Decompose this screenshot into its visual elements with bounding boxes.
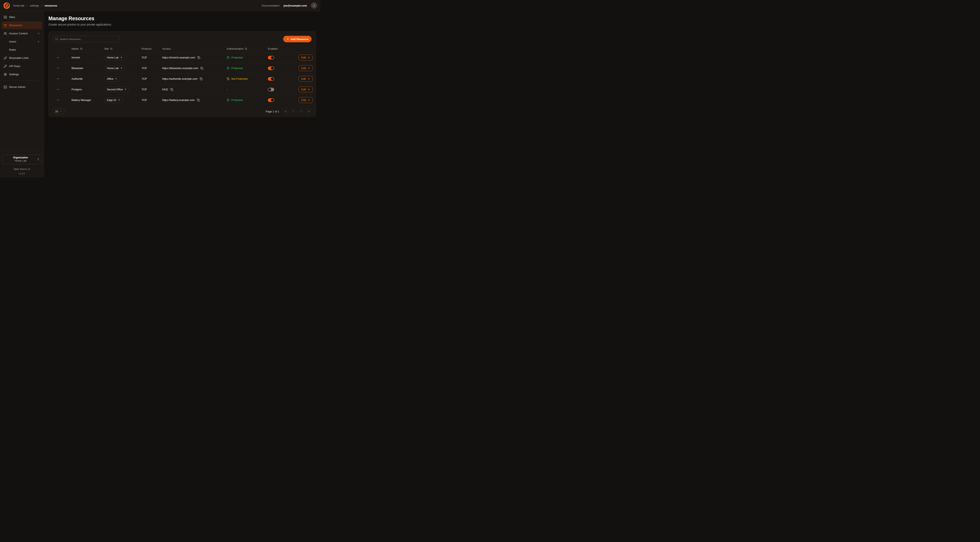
sidebar-item-settings[interactable]: Settings <box>2 70 42 78</box>
auth-status: - <box>227 88 268 91</box>
ellipsis-icon <box>56 67 59 70</box>
user-email[interactable]: joe@example.com <box>283 4 307 7</box>
copy-button[interactable] <box>199 77 203 81</box>
breadcrumb-section[interactable]: settings <box>30 4 39 7</box>
ellipsis-icon <box>56 99 59 102</box>
sidebar: Sites Resources Access Control Users Rol… <box>0 11 44 177</box>
copy-icon <box>200 78 203 80</box>
site-link[interactable]: Second Office <box>104 87 129 92</box>
chevrons-left-icon <box>284 110 287 113</box>
chevron-right-icon <box>300 110 302 113</box>
arrow-right-icon <box>307 78 310 80</box>
chevron-down-icon <box>37 32 40 35</box>
open-source-link[interactable]: Open Source <box>14 168 30 170</box>
sidebar-item-api-keys[interactable]: API Keys <box>2 62 42 70</box>
sort-icon <box>245 48 247 50</box>
chevron-right-icon <box>37 40 40 43</box>
arrow-up-right-icon <box>118 99 120 101</box>
search-input[interactable] <box>60 38 117 41</box>
row-menu-button[interactable] <box>55 87 62 92</box>
ellipsis-icon <box>56 56 59 59</box>
copy-icon <box>170 88 173 91</box>
resource-protocol: TCP <box>142 67 162 70</box>
sidebar-item-server-admin[interactable]: Server Admin <box>2 83 42 91</box>
auth-status: Protected <box>227 67 268 70</box>
external-link-icon <box>28 168 30 170</box>
resource-name: Battery Manager <box>72 99 104 102</box>
edit-button[interactable]: Edit <box>299 97 313 103</box>
organization-picker[interactable]: Organization Home Lab <box>2 155 42 164</box>
next-page-button[interactable] <box>298 108 304 114</box>
edit-button[interactable]: Edit <box>299 76 313 82</box>
chevron-down-icon <box>60 110 62 113</box>
sidebar-item-roles[interactable]: Roles <box>2 46 42 54</box>
row-menu-button[interactable] <box>55 98 62 102</box>
sidebar-item-shareable-links[interactable]: Shareable Links <box>2 54 42 62</box>
shield-check-icon <box>227 56 230 59</box>
sidebar-item-access-control[interactable]: Access Control <box>2 30 42 37</box>
gear-icon <box>4 73 7 76</box>
shield-check-icon <box>227 99 230 102</box>
row-menu-button[interactable] <box>55 66 62 70</box>
table-body: ImmichHome LabTCPhttps://immich.example.… <box>53 52 312 105</box>
prev-page-button[interactable] <box>290 108 296 114</box>
first-page-button[interactable] <box>283 108 288 114</box>
row-menu-button[interactable] <box>55 55 62 60</box>
sort-icon <box>110 48 113 50</box>
edit-button[interactable]: Edit <box>299 86 313 92</box>
copy-button[interactable] <box>200 67 204 70</box>
enabled-toggle[interactable] <box>268 88 274 91</box>
enabled-toggle[interactable] <box>268 77 274 81</box>
sidebar-item-sites[interactable]: Sites <box>2 13 42 21</box>
breadcrumb-org[interactable]: home-lab <box>13 4 24 7</box>
copy-button[interactable] <box>170 88 173 91</box>
page-title: Manage Resources <box>48 16 316 21</box>
edit-button[interactable]: Edit <box>299 65 313 71</box>
documentation-link[interactable]: Documentation <box>262 4 280 7</box>
enabled-toggle[interactable] <box>268 67 274 70</box>
resource-protocol: TCP <box>142 88 162 91</box>
chevrons-up-down-icon <box>37 158 40 161</box>
resource-name: Postgres <box>72 88 104 91</box>
column-header-site[interactable]: Site <box>104 47 142 50</box>
row-menu-button[interactable] <box>55 77 62 81</box>
plus-icon <box>286 38 289 40</box>
edit-button[interactable]: Edit <box>299 54 313 61</box>
column-header-protocol: Protocol <box>142 47 162 50</box>
copy-button[interactable] <box>197 56 200 59</box>
site-link[interactable]: Edge 01 <box>104 97 123 103</box>
chevrons-right-icon <box>307 110 310 113</box>
resource-access: https://authentik.example.com <box>162 77 197 80</box>
copy-button[interactable] <box>197 98 200 102</box>
resource-protocol: TCP <box>142 77 162 80</box>
enabled-toggle[interactable] <box>268 56 274 59</box>
arrow-right-icon <box>307 99 310 101</box>
sidebar-item-users[interactable]: Users <box>2 38 42 45</box>
topbar: home-lab settings resources Documentatio… <box>0 0 320 11</box>
sidebar-item-resources[interactable]: Resources <box>2 21 42 29</box>
resource-protocol: TCP <box>142 99 162 102</box>
arrow-up-right-icon <box>120 67 123 69</box>
site-link[interactable]: Home Lab <box>104 65 125 71</box>
breadcrumb-current: resources <box>45 4 57 7</box>
site-link[interactable]: Office <box>104 76 120 82</box>
copy-icon <box>197 99 200 102</box>
search-box <box>53 36 120 42</box>
enabled-toggle[interactable] <box>268 98 274 102</box>
column-header-name[interactable]: Name <box>72 47 104 50</box>
auth-status: Not Protected <box>227 77 268 80</box>
column-header-authentication[interactable]: Authentication <box>227 47 268 50</box>
last-page-button[interactable] <box>306 108 312 114</box>
page-size-select[interactable]: 20 <box>53 108 65 114</box>
site-link[interactable]: Home Lab <box>104 55 125 61</box>
resource-name: Bitwarden <box>72 67 104 70</box>
chevron-left-icon <box>292 110 294 113</box>
table-header: Name Site Protocol Access Authentication… <box>53 45 312 52</box>
add-resource-button[interactable]: Add Resource <box>283 36 312 42</box>
users-icon <box>4 32 7 35</box>
avatar[interactable]: J <box>311 2 317 9</box>
link-icon <box>4 56 7 60</box>
table-row: AuthentikOfficeTCPhttps://authentik.exam… <box>53 73 312 84</box>
pagination: 20 Page 1 of 1 <box>53 108 312 114</box>
resource-protocol: TCP <box>142 56 162 59</box>
